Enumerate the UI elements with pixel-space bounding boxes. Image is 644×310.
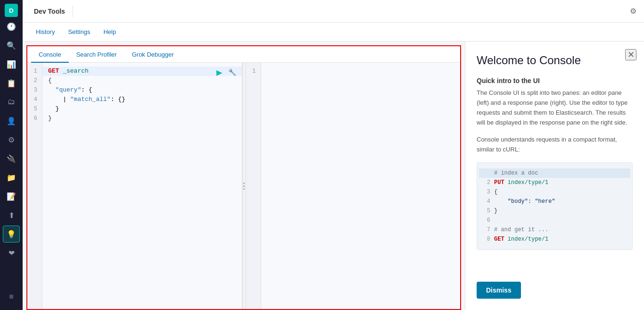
cb-line-4: "body": "here" xyxy=(494,197,627,206)
code-block-numbers: 1 2 3 4 5 6 7 8 xyxy=(483,168,494,244)
line-num-1: 1 xyxy=(29,67,40,76)
settings-icon[interactable]: ⚙ xyxy=(630,7,636,16)
wrench-button[interactable]: 🔧 xyxy=(227,67,238,78)
cb-line-1: # index a doc xyxy=(479,168,630,178)
tab-search-profiler[interactable]: Search Profiler xyxy=(69,46,124,63)
response-pane: 1 xyxy=(246,63,461,309)
content-area: Console Search Profiler Grok Debugger 1 … xyxy=(23,42,644,310)
nav-bar: History Settings Help xyxy=(23,23,644,42)
response-code xyxy=(261,63,461,309)
cb-line-6 xyxy=(494,216,627,225)
sidebar: D 🕐 🔍 📊 📋 🗂 👤 ⚙ 🔌 📁 📝 ⬆ 💡 ❤ ≡ xyxy=(0,0,23,310)
tabs-row: Console Search Profiler Grok Debugger xyxy=(27,46,460,63)
sidebar-icon-table[interactable]: 📋 xyxy=(3,75,20,92)
dev-tools-panel: Console Search Profiler Grok Debugger 1 … xyxy=(23,42,465,310)
sidebar-icon-active[interactable]: 💡 xyxy=(3,226,20,243)
sidebar-icon-menu[interactable]: ≡ xyxy=(3,288,20,305)
sidebar-icon-plugin[interactable]: 🔌 xyxy=(3,150,20,167)
divider xyxy=(73,6,73,17)
welcome-title: Welcome to Console xyxy=(477,53,633,67)
line-numbers: 1 2 3 4 5 6 xyxy=(27,63,42,309)
code-line-1: GET _search xyxy=(42,67,242,76)
top-bar: Dev Tools ⚙ xyxy=(23,0,644,23)
sidebar-icon-upload[interactable]: ⬆ xyxy=(3,207,20,224)
devtools-frame: Console Search Profiler Grok Debugger 1 … xyxy=(26,45,461,310)
sidebar-icon-heart[interactable]: ❤ xyxy=(3,244,20,261)
editor-area: 1 2 3 4 5 6 GET xyxy=(27,63,460,309)
tab-grok-debugger[interactable]: Grok Debugger xyxy=(124,46,182,63)
sidebar-icon-gear[interactable]: ⚙ xyxy=(3,131,20,148)
line-num-6: 6 xyxy=(29,114,40,123)
line-num-3: 3 xyxy=(29,85,40,95)
sidebar-icon-chart[interactable]: 📊 xyxy=(3,56,20,73)
line-num-4: 4 xyxy=(29,95,40,104)
code-line-5: } xyxy=(48,104,238,114)
welcome-section-title: Quick intro to the UI xyxy=(477,77,633,84)
app-logo: D xyxy=(5,4,18,17)
code-line-2: { xyxy=(48,76,238,85)
welcome-description: The Console UI is split into two panes: … xyxy=(477,88,633,127)
sidebar-icon-clock[interactable]: 🕐 xyxy=(3,18,20,35)
sidebar-icon-folder[interactable]: 🗂 xyxy=(3,93,20,110)
nav-settings[interactable]: Settings xyxy=(62,25,96,39)
cb-line-7: # and get it ... xyxy=(494,225,627,235)
sidebar-icon-docs[interactable]: 📁 xyxy=(3,169,20,186)
response-line-num-1: 1 xyxy=(248,67,259,76)
welcome-close-button[interactable]: ✕ xyxy=(625,49,636,60)
action-buttons: ▶ 🔧 xyxy=(214,67,238,78)
sidebar-icon-search[interactable]: 🔍 xyxy=(3,37,20,54)
cb-line-8: GET index/type/1 xyxy=(494,235,627,244)
code-line-3: "query" : { xyxy=(48,85,238,95)
cb-line-3: { xyxy=(494,187,627,197)
cb-line-5: } xyxy=(494,206,627,216)
response-line-numbers: 1 xyxy=(246,63,261,309)
code-lines: GET _search { "query" xyxy=(42,63,242,309)
sidebar-icon-notes[interactable]: 📝 xyxy=(3,188,20,205)
line-num-5: 5 xyxy=(29,104,40,114)
path-search: _search xyxy=(63,67,89,76)
app-title: Dev Tools xyxy=(34,8,65,15)
code-line-4: | "match_all" : {} xyxy=(48,95,238,104)
drag-handle[interactable] xyxy=(242,63,246,309)
welcome-code-block: 1 2 3 4 5 6 7 8 # index a doc PUT index/… xyxy=(477,162,633,250)
tab-console[interactable]: Console xyxy=(31,46,69,63)
run-button[interactable]: ▶ xyxy=(214,67,225,78)
welcome-description2: Console understands requests in a compac… xyxy=(477,135,633,155)
line-num-2: 2 xyxy=(29,76,40,85)
code-block-content: # index a doc PUT index/type/1 { "body":… xyxy=(494,168,627,244)
cb-line-2: PUT index/type/1 xyxy=(494,178,627,187)
dismiss-button[interactable]: Dismiss xyxy=(477,282,521,299)
code-line-6: } xyxy=(48,114,238,123)
nav-history[interactable]: History xyxy=(30,25,60,39)
welcome-panel: ✕ Welcome to Console Quick intro to the … xyxy=(465,42,644,310)
keyword-get: GET xyxy=(48,67,59,76)
editor-pane[interactable]: 1 2 3 4 5 6 GET xyxy=(27,63,242,309)
sidebar-icon-user[interactable]: 👤 xyxy=(3,112,20,129)
nav-help[interactable]: Help xyxy=(98,25,122,39)
